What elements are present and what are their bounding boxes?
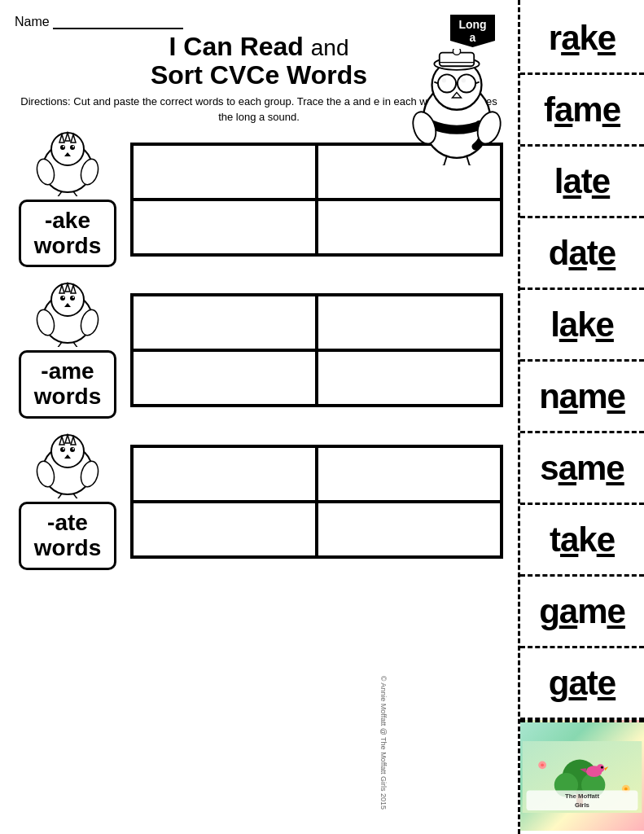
svg-point-45: [60, 296, 65, 301]
ame-cell-2[interactable]: [317, 295, 502, 350]
ame-label-line1: -ame: [31, 359, 104, 384]
ate-label-line2: words: [31, 536, 104, 561]
svg-point-11: [442, 78, 447, 83]
svg-point-84: [601, 766, 603, 768]
ame-section: -ame words: [15, 282, 503, 419]
word-card-same[interactable]: same: [520, 433, 644, 505]
ake-cell-1[interactable]: [132, 144, 317, 200]
svg-point-30: [72, 146, 74, 147]
word-card-lake[interactable]: lake: [520, 290, 644, 362]
svg-point-7: [458, 74, 475, 92]
name-line: Name: [15, 15, 503, 29]
svg-point-46: [70, 296, 75, 301]
svg-line-19: [467, 156, 470, 165]
svg-line-16: [444, 156, 447, 165]
copyright: © Annie Moffatt @ The Moffatt Girls 2015: [379, 676, 388, 810]
svg-point-65: [63, 448, 64, 450]
title-part2: Sort CVCe Words: [151, 60, 367, 90]
svg-point-47: [63, 296, 64, 298]
ake-label-line2: words: [31, 234, 104, 259]
svg-point-87: [541, 763, 544, 766]
svg-point-6: [438, 74, 456, 92]
ate-label-line1: -ate: [31, 511, 104, 536]
word-card-rake[interactable]: rake: [520, 3, 644, 75]
chick-1-svg: [31, 131, 104, 196]
title-and: and: [311, 35, 349, 60]
svg-point-29: [63, 146, 64, 147]
chick-3: [31, 433, 104, 498]
word-card-fame[interactable]: fame: [520, 75, 644, 147]
ate-sort-grid: [130, 445, 503, 559]
bird-mascot: [408, 49, 506, 163]
ate-box: -ate words: [19, 502, 116, 570]
page: Name Long a I Can Read and Sort CVCe Wor…: [0, 0, 644, 834]
ate-cell-2[interactable]: [317, 446, 502, 502]
word-sidebar: rake fame late date lake name same take …: [518, 0, 644, 834]
svg-point-89: [624, 787, 628, 790]
ate-cell-3[interactable]: [132, 502, 317, 557]
ate-cell-4[interactable]: [317, 502, 502, 557]
name-label: Name: [15, 15, 50, 29]
svg-text:Girls: Girls: [575, 801, 589, 809]
svg-point-66: [72, 448, 74, 450]
chick-2: [31, 282, 104, 347]
svg-point-48: [72, 296, 74, 298]
ate-cell-1[interactable]: [132, 446, 317, 502]
svg-point-12: [462, 78, 467, 83]
word-card-name[interactable]: name: [520, 362, 644, 433]
ate-section: -ate words: [15, 433, 503, 570]
ame-section-left: -ame words: [15, 282, 120, 419]
svg-point-27: [60, 145, 65, 150]
main-content: Name Long a I Can Read and Sort CVCe Wor…: [0, 0, 518, 834]
long-a-badge: Long a: [450, 15, 495, 47]
title-part1: I Can Read: [169, 32, 304, 61]
svg-line-52: [57, 342, 62, 347]
svg-point-64: [70, 447, 75, 452]
svg-line-55: [73, 342, 78, 347]
word-card-take[interactable]: take: [520, 505, 644, 577]
svg-line-37: [73, 191, 78, 196]
ake-cell-3[interactable]: [132, 200, 317, 255]
badge-line1: Long: [458, 18, 487, 31]
ame-box: -ame words: [19, 350, 116, 419]
ate-section-left: -ate words: [15, 433, 120, 570]
svg-line-70: [57, 494, 62, 498]
logo-area: The Moffatt Girls: [520, 720, 644, 831]
svg-text:The Moffatt: The Moffatt: [565, 792, 599, 800]
ame-cell-3[interactable]: [132, 350, 317, 406]
chick-3-svg: [31, 433, 104, 498]
ame-label-line2: words: [31, 384, 104, 410]
ame-sort-grid: [130, 293, 503, 407]
name-underline[interactable]: [53, 15, 183, 29]
ame-cell-1[interactable]: [132, 295, 317, 350]
word-card-late[interactable]: late: [520, 147, 644, 218]
chick-1: [31, 131, 104, 196]
ake-box: -ake words: [19, 200, 116, 268]
svg-line-73: [73, 494, 78, 498]
svg-point-63: [60, 447, 65, 452]
ake-label-line1: -ake: [31, 208, 104, 234]
chick-2-svg: [31, 282, 104, 347]
word-card-game[interactable]: game: [520, 577, 644, 648]
badge-line2: a: [458, 31, 487, 44]
ake-section-left: -ake words: [15, 131, 120, 268]
ake-cell-4[interactable]: [317, 200, 502, 255]
logo-svg: The Moffatt Girls: [522, 741, 642, 813]
word-card-date[interactable]: date: [520, 218, 644, 290]
svg-point-28: [70, 145, 75, 150]
ame-cell-4[interactable]: [317, 350, 502, 406]
svg-point-82: [597, 764, 605, 772]
svg-point-4: [453, 49, 460, 55]
svg-line-34: [57, 191, 62, 196]
bird-svg: [408, 49, 506, 165]
word-card-gate[interactable]: gate: [520, 648, 644, 720]
